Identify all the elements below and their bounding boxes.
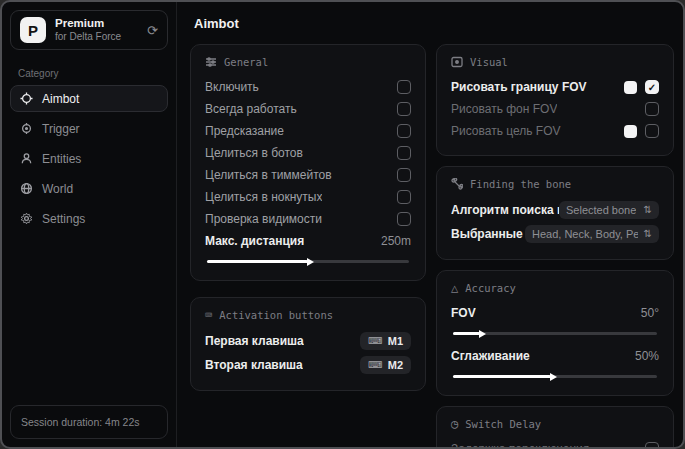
setting-row: Целиться в тиммейтов	[205, 164, 411, 186]
sidebar-item-world[interactable]: World	[10, 175, 168, 202]
sidebar-item-label: World	[42, 182, 73, 196]
setting-label: Рисовать цель FOV	[451, 124, 561, 138]
setting-label: Рисовать фон FOV	[451, 102, 557, 116]
sidebar-item-aimbot[interactable]: Aimbot	[10, 85, 168, 112]
panel-activation-buttons: ⌨ Activation buttons Первая клавиша ⌨ M1…	[190, 297, 426, 391]
slider-thumb[interactable]	[307, 258, 314, 266]
setting-row: Рисовать фон FOV	[451, 98, 659, 120]
setting-label: Предсказание	[205, 124, 284, 138]
sidebar-item-label: Settings	[42, 212, 85, 226]
slider-thumb[interactable]	[479, 330, 486, 338]
checkbox-draw-fov-target[interactable]	[645, 124, 659, 138]
setting-label: Первая клавиша	[205, 334, 304, 348]
setting-row: Проверка видимости	[205, 208, 411, 230]
keybind-second-key[interactable]: ⌨ M2	[360, 356, 411, 374]
keyboard-icon: ⌨	[368, 360, 382, 370]
fov-border-color-swatch[interactable]	[624, 81, 637, 94]
panel-header-label: Accuracy	[465, 282, 516, 294]
dropdown-value: Head, Neck, Body, Pe...	[532, 228, 638, 240]
sidebar-item-label: Aimbot	[42, 92, 79, 106]
setting-label: Рисовать границу FOV	[451, 80, 587, 94]
setting-label: Сглаживание	[451, 349, 530, 363]
slider-value: 250m	[381, 234, 411, 248]
setting-row: Макс. дистанция 250m	[205, 230, 411, 252]
panel-header-label: General	[224, 56, 268, 68]
panel-general-header: General	[205, 56, 411, 68]
setting-row: Предсказание	[205, 120, 411, 142]
setting-label: Вторая клавиша	[205, 358, 303, 372]
premium-text: Premium for Delta Force	[55, 17, 138, 43]
checkbox-prediction[interactable]	[397, 124, 411, 138]
session-duration: Session duration: 4m 22s	[10, 405, 168, 439]
panel-switch-delay-header: ◷ Switch Delay	[451, 418, 659, 430]
triangle-icon: △	[451, 282, 458, 294]
setting-row: Рисовать границу FOV ✓	[451, 76, 659, 98]
app-logo: P	[20, 17, 46, 43]
keybind-value: M1	[388, 335, 403, 347]
panel-activation-header: ⌨ Activation buttons	[205, 309, 411, 321]
panel-general: General Включить Всегда работать Предска…	[190, 44, 426, 281]
keybind-value: M2	[388, 359, 403, 371]
checkbox-draw-fov-border[interactable]: ✓	[645, 80, 659, 94]
keyboard-icon: ⌨	[368, 336, 382, 346]
panel-visual-header: Visual	[451, 56, 659, 68]
setting-label: Всегда работать	[205, 102, 297, 116]
panel-header-label: Switch Delay	[465, 418, 541, 430]
globe-icon	[20, 182, 33, 195]
sidebar: P Premium for Delta Force ⟳ Category Aim…	[2, 2, 177, 447]
setting-label: Задержка переключения	[451, 442, 589, 447]
panel-bone-header: Finding the bone	[451, 178, 659, 190]
keybind-first-key[interactable]: ⌨ M1	[360, 332, 411, 350]
sort-arrows-icon: ⇅	[644, 229, 652, 239]
slider-value: 50°	[641, 306, 659, 320]
sidebar-item-trigger[interactable]: Trigger	[10, 115, 168, 142]
timer-icon: ◷	[451, 418, 458, 430]
checkbox-enable[interactable]	[397, 80, 411, 94]
max-distance-slider[interactable]	[207, 260, 409, 263]
selected-bones-dropdown[interactable]: Head, Neck, Body, Pe... ⇅	[525, 225, 659, 243]
panel-header-label: Activation buttons	[219, 309, 333, 321]
category-label: Category	[2, 58, 176, 85]
checkbox-always-work[interactable]	[397, 102, 411, 116]
setting-row: Включить	[205, 76, 411, 98]
setting-label: Целиться в нокнутых	[205, 190, 322, 204]
panel-visual: Visual Рисовать границу FOV ✓ Рисовать ф…	[436, 44, 674, 156]
panel-header-label: Finding the bone	[470, 178, 571, 190]
fov-target-color-swatch[interactable]	[624, 125, 637, 138]
setting-label: FOV	[451, 306, 476, 320]
smoothing-slider[interactable]	[453, 375, 657, 378]
setting-label: Алгоритм поиска костей	[451, 203, 559, 217]
sidebar-item-entities[interactable]: Entities	[10, 145, 168, 172]
checkbox-target-knocked[interactable]	[397, 190, 411, 204]
panel-accuracy-header: △ Accuracy	[451, 282, 659, 294]
sidebar-item-settings[interactable]: Settings	[10, 205, 168, 232]
reload-icon[interactable]: ⟳	[147, 23, 158, 38]
setting-row: Выбранные кости Head, Neck, Body, Pe... …	[451, 222, 659, 246]
checkbox-switch-delay[interactable]	[645, 442, 659, 447]
sidebar-item-label: Trigger	[42, 122, 80, 136]
page-title: Aimbot	[194, 16, 669, 31]
panel-header-label: Visual	[470, 56, 508, 68]
checkbox-draw-fov-background[interactable]	[645, 102, 659, 116]
main-content: Aimbot General Включить	[177, 2, 683, 447]
sort-arrows-icon: ⇅	[644, 205, 652, 215]
sliders-icon	[205, 56, 217, 68]
slider-value: 50%	[635, 349, 659, 363]
checkbox-target-bots[interactable]	[397, 146, 411, 160]
trigger-icon	[20, 122, 33, 135]
checkbox-visibility-check[interactable]	[397, 212, 411, 226]
slider-thumb[interactable]	[550, 373, 557, 381]
gear-icon	[20, 212, 33, 225]
dropdown-value: Selected bone	[566, 204, 636, 216]
checkbox-target-teammates[interactable]	[397, 168, 411, 182]
setting-row: Алгоритм поиска костей Selected bone ⇅	[451, 198, 659, 222]
sidebar-nav: Aimbot Trigger Entities World	[2, 85, 176, 232]
setting-row: Целиться в нокнутых	[205, 186, 411, 208]
panel-finding-bone: Finding the bone Алгоритм поиска костей …	[436, 166, 674, 260]
fov-slider[interactable]	[453, 332, 657, 335]
setting-row: FOV 50°	[451, 302, 659, 324]
bone-algorithm-dropdown[interactable]: Selected bone ⇅	[559, 201, 659, 219]
entities-icon	[20, 152, 33, 165]
premium-subtitle: for Delta Force	[55, 31, 138, 43]
setting-row: Рисовать цель FOV	[451, 120, 659, 142]
